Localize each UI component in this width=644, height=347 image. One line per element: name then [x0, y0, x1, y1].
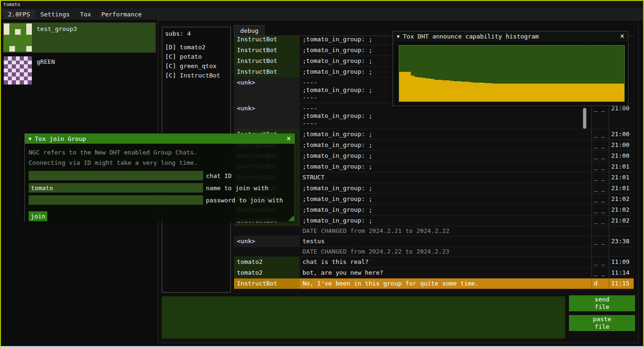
- field-label: chat ID: [206, 172, 232, 179]
- member-item[interactable]: [D] tomato2: [165, 43, 227, 52]
- menu-item-2-0fps[interactable]: 2.0FPS: [3, 9, 35, 19]
- message-text: ;tomato_in_group: ;: [300, 216, 591, 226]
- join-button[interactable]: join: [29, 211, 47, 221]
- name-field[interactable]: [29, 183, 203, 193]
- close-icon[interactable]: ×: [620, 31, 624, 41]
- message-row[interactable]: DATE CHANGED from 2024.2.22 to 2024.2.23: [234, 247, 634, 257]
- histogram-titlebar[interactable]: ▼ Tox DHT announce capability histogram …: [393, 31, 628, 41]
- field-label: name to join with: [206, 185, 268, 192]
- histogram-bin: [496, 84, 500, 101]
- message-status: _ _: [591, 268, 609, 278]
- histogram-bin: [477, 83, 481, 101]
- histogram-bin: [523, 84, 527, 101]
- close-icon[interactable]: ×: [287, 134, 291, 144]
- join-group-body: NGC refers to the New DHT enabled Group …: [25, 144, 295, 222]
- collapse-icon[interactable]: ▼: [397, 34, 400, 39]
- histogram-bin: [551, 84, 554, 101]
- histogram-plot: [399, 45, 625, 102]
- message-text: DATE CHANGED from 2024.2.22 to 2024.2.23: [300, 247, 591, 256]
- member-item[interactable]: [C] potato: [165, 52, 227, 62]
- member-item[interactable]: [C] green_qtox: [165, 62, 227, 71]
- message-author: tomato2: [234, 268, 300, 278]
- message-input[interactable]: [162, 296, 565, 339]
- message-text: chat is this real?: [300, 257, 591, 267]
- message-row[interactable]: DATE CHANGED from 2024.2.21 to 2024.2.22: [234, 226, 634, 236]
- message-text: bot, are you new here?: [300, 268, 591, 278]
- message-time: 11:15: [609, 278, 634, 289]
- message-text: DATE CHANGED from 2024.2.21 to 2024.2.22: [300, 226, 591, 236]
- histogram-bin: [411, 76, 415, 101]
- message-time: 11:14: [609, 268, 634, 278]
- roster-header: subs: 4: [165, 30, 227, 37]
- sidebar-group-test_group3[interactable]: test_group3: [3, 23, 156, 53]
- histogram-bin: [457, 81, 461, 101]
- message-time: 21:00: [609, 103, 634, 129]
- join-field-row: chat ID: [29, 171, 291, 180]
- message-status: _ _: [591, 257, 609, 267]
- histogram-bin: [547, 84, 551, 101]
- histogram-bin: [434, 80, 438, 101]
- histogram-bin: [508, 84, 512, 101]
- join-fields: chat IDname to join withpassword to join…: [25, 171, 295, 205]
- message-row[interactable]: tomato2bot, are you new here?_ _11:14: [234, 268, 634, 278]
- message-time: 21:00: [609, 140, 634, 150]
- join-field-row: name to join with: [29, 183, 291, 193]
- message-row[interactable]: <unk>testus_ _23:38: [234, 236, 634, 247]
- histogram-bin: [535, 84, 539, 101]
- histogram-bin: [469, 82, 473, 101]
- sidebar-group-green[interactable]: gREEN: [3, 55, 156, 85]
- send-file-button[interactable]: send file: [569, 295, 635, 311]
- tab-debug[interactable]: debug: [234, 25, 265, 36]
- message-status: _ _: [591, 151, 609, 161]
- menu-item-performance[interactable]: Performance: [96, 9, 147, 19]
- message-status: _ _: [591, 194, 609, 204]
- message-text: testus: [300, 236, 591, 247]
- message-time: 21:00: [609, 151, 634, 161]
- message-author: [234, 226, 300, 236]
- histogram-bin: [539, 84, 543, 101]
- message-status: _ _: [591, 172, 609, 183]
- join-group-titlebar[interactable]: ▼ Tox join Group ×: [25, 134, 295, 144]
- histogram-bin: [574, 84, 578, 101]
- histogram-bin: [488, 83, 492, 101]
- message-status: _ _: [591, 205, 609, 215]
- histogram-bin: [586, 84, 590, 101]
- message-text: STRUCT: [300, 172, 591, 183]
- join-hint-2: Connecting via ID might take a very long…: [25, 158, 295, 168]
- message-time: 21:02: [609, 216, 634, 226]
- message-time: 21:00: [609, 129, 634, 139]
- menu-item-settings[interactable]: Settings: [35, 9, 75, 19]
- chat-id-field[interactable]: [29, 171, 203, 180]
- message-text: ;tomato_in_group: ;: [300, 151, 591, 161]
- collapse-icon[interactable]: ▼: [29, 136, 31, 141]
- message-row[interactable]: <unk>----;tomato_in_group: ;----_ _21:00: [234, 103, 634, 129]
- messages-scrollbar[interactable]: [583, 108, 586, 129]
- message-time: 21:01: [609, 162, 634, 172]
- message-status: _ _: [591, 103, 609, 129]
- menu-item-tox[interactable]: Tox: [75, 9, 96, 19]
- histogram-bin: [438, 80, 442, 101]
- message-status: d: [591, 278, 609, 289]
- histogram-window: ▼ Tox DHT announce capability histogram …: [393, 31, 629, 106]
- histogram-bin: [613, 84, 616, 101]
- histogram-bin: [543, 84, 546, 101]
- message-time: 21:02: [609, 194, 634, 204]
- resize-grip[interactable]: [288, 215, 294, 221]
- message-row[interactable]: InstructBotNo, I've been in this group f…: [234, 278, 634, 289]
- paste-file-button[interactable]: paste file: [569, 315, 635, 331]
- histogram-bin: [605, 84, 609, 101]
- histogram-bin: [454, 81, 457, 101]
- message-row[interactable]: tomato2chat is this real?_ _11:09: [234, 257, 634, 268]
- histogram-bin: [601, 84, 605, 101]
- histogram-bin: [473, 83, 477, 101]
- join-group-title: Tox join Group: [35, 135, 86, 142]
- message-time: 21:01: [609, 172, 634, 183]
- message-author: <unk>: [234, 236, 300, 247]
- message-author: InstructBot: [234, 36, 300, 45]
- password-field[interactable]: [29, 195, 203, 205]
- histogram-bin: [570, 84, 574, 101]
- titlebar[interactable]: tomato: [1, 1, 643, 8]
- histogram-bin: [554, 84, 558, 101]
- message-text: ;tomato_in_group: ;: [300, 205, 591, 215]
- member-item[interactable]: [C] InstructBot: [165, 71, 227, 80]
